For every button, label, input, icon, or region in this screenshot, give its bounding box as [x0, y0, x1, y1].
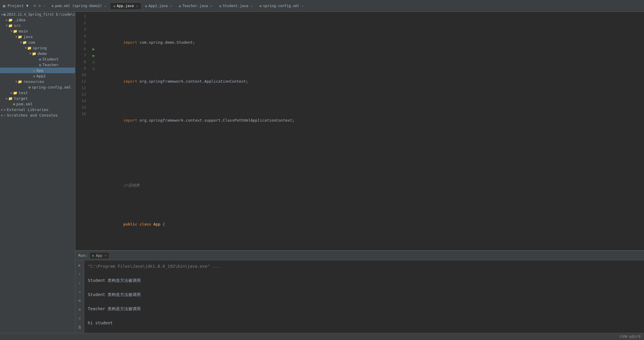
src-folder-icon: 📁 — [8, 24, 13, 28]
run-output-blank5 — [88, 326, 640, 333]
title-bar: ■ Project ▼ ⊞ ⚙ — ⚙ pom.xml (spring-demo… — [0, 0, 644, 12]
sidebar-item-main[interactable]: 📁 main — [0, 28, 75, 34]
tab-student-close[interactable]: ✕ — [251, 4, 252, 8]
arrow-target — [6, 97, 8, 100]
tab-student-label: Student.java — [223, 4, 249, 8]
project-label[interactable]: Project ▼ — [8, 4, 28, 8]
filter-button[interactable]: ▽ — [77, 315, 83, 321]
sidebar-item-root[interactable]: ■ 2023.11.4_Spring_first E:\code\c — [0, 12, 75, 17]
tab-student-java[interactable]: ◉ Student.java ✕ — [216, 2, 256, 9]
arrow-external — [1, 108, 3, 111]
run-output-student1: Student 类构造方法被调用 — [88, 277, 640, 284]
run-tab-app[interactable]: ▶ App ✕ — [90, 253, 109, 259]
run-output-blank2 — [88, 284, 640, 291]
student-java-icon: ◉ — [219, 4, 221, 8]
run-output-blank4 — [88, 312, 640, 319]
main-area: ■ 2023.11.4_Spring_first E:\code\c 📁 .id… — [0, 12, 644, 333]
code-content[interactable]: import com.spring.demo.Student; import o… — [97, 12, 644, 250]
sidebar-target-label: target — [14, 96, 28, 101]
sidebar-item-resources[interactable]: 📁 resources — [0, 79, 75, 84]
fold-button[interactable]: ⊞ — [77, 297, 83, 304]
tab-teacher-java[interactable]: ◉ Teacher.java ✕ — [176, 2, 215, 9]
run-gutter-icon-line6[interactable]: ▶ — [93, 46, 95, 52]
code-editor[interactable]: 1 2 3 4 5 6 7 8 9 10 11 12 13 14 15 16 — [75, 12, 644, 250]
sidebar-item-java[interactable]: 📁 java — [0, 34, 75, 40]
arrow-main — [11, 30, 12, 33]
tab-app2-java[interactable]: ◉ App2.java ✕ — [142, 2, 175, 9]
sidebar-item-demo[interactable]: 📁 demo — [0, 51, 75, 56]
title-bar-left: ■ Project ▼ ⊞ ⚙ — — [3, 4, 46, 8]
run-panel-body: ▶ ↑ ↓ ↩ ⊞ ⚙ ▽ 🗑 "C:\Program Files\Java\j… — [75, 260, 644, 333]
main-folder-icon: 📁 — [13, 29, 17, 33]
target-folder-icon: 📁 — [8, 97, 13, 101]
status-bar-right: CSDN @茂大学 — [619, 334, 641, 339]
tab-app2-label: App2.java — [148, 4, 168, 8]
sidebar-demo-label: demo — [38, 51, 47, 56]
run-output: "C:\Program Files\Java\jdk1.8.0_192\bin\… — [84, 260, 644, 333]
sidebar-app2-label: App2 — [36, 74, 46, 78]
code-line-6: public class App { — [100, 215, 641, 234]
app2-class-icon: ◉ — [33, 74, 35, 78]
root-project-icon: ■ — [4, 12, 6, 17]
run-button[interactable]: ▶ — [77, 262, 83, 268]
tab-app-java[interactable]: ◉ App.java ✕ — [110, 2, 141, 9]
sidebar-item-student[interactable]: ◉ Student — [0, 56, 75, 62]
scroll-down-button[interactable]: ↓ — [77, 279, 83, 286]
wrap-button[interactable]: ↩ — [77, 288, 83, 295]
tab-pom-xml[interactable]: ⚙ pom.xml (spring-demo2) ✕ — [48, 2, 110, 9]
sidebar-item-pom[interactable]: ⚙ pom.xml — [0, 101, 75, 107]
arrow-scratches — [1, 114, 3, 117]
sidebar-item-spring[interactable]: 📁 spring — [0, 45, 75, 51]
arrow-test — [11, 91, 12, 94]
tab-app2-close[interactable]: ✕ — [170, 4, 172, 8]
sidebar-item-test[interactable]: 📁 test — [0, 90, 75, 96]
sidebar-item-external-libs[interactable]: ≡ External Libraries — [0, 107, 75, 112]
run-gutter-icon-line7[interactable]: ▶ — [93, 52, 95, 59]
tab-pom-close[interactable]: ✕ — [104, 4, 106, 8]
test-folder-icon: 📁 — [13, 91, 17, 95]
run-tab-close[interactable]: ✕ — [105, 254, 106, 257]
tab-teacher-close[interactable]: ✕ — [210, 4, 212, 8]
demo-folder-icon: 📁 — [32, 52, 36, 56]
sidebar-item-teacher[interactable]: ◉ Teacher — [0, 62, 75, 68]
sidebar-item-idea[interactable]: 📁 .idea — [0, 17, 75, 23]
sidebar-item-spring-config[interactable]: ⚙ spring-config.xml — [0, 84, 75, 90]
tab-spring-config-xml[interactable]: ⚙ spring-config.xml ✕ — [256, 2, 306, 9]
sidebar-item-target[interactable]: 📁 target — [0, 96, 75, 101]
project-icon: ■ — [3, 4, 5, 8]
settings-run-button[interactable]: ⚙ — [77, 306, 83, 313]
sidebar-app-label: App — [36, 68, 43, 73]
teacher-class-icon: ◉ — [39, 63, 41, 67]
settings-icon[interactable]: ⚙ — [38, 4, 41, 8]
arrow-idea — [6, 18, 8, 22]
structure-icon[interactable]: ⊞ — [34, 4, 36, 8]
arrow-com — [20, 41, 22, 44]
line-numbers: 1 2 3 4 5 6 7 8 9 10 11 12 13 14 15 16 — [75, 12, 90, 250]
sidebar-test-label: test — [19, 91, 28, 95]
trash-button[interactable]: 🗑 — [77, 324, 83, 330]
code-line-1: import com.spring.demo.Student; — [100, 33, 641, 52]
tab-app-close[interactable]: ✕ — [136, 4, 138, 8]
sidebar-item-src[interactable]: 📁 src — [0, 23, 75, 28]
sidebar-item-scratches[interactable]: ✎ Scratches and Consoles — [0, 112, 75, 118]
arrow-root — [1, 13, 3, 16]
code-line-3: import org.springframework.context.suppo… — [100, 111, 641, 130]
sidebar-com-label: com — [28, 40, 35, 45]
project-sidebar: ■ 2023.11.4_Spring_first E:\code\c 📁 .id… — [0, 12, 75, 333]
run-panel: Run: ▶ App ✕ ▶ ↑ ↓ ↩ ⊞ ⚙ ▽ 🗑 — [75, 250, 644, 333]
tab-spring-config-close[interactable]: ✕ — [302, 4, 304, 8]
scroll-up-button[interactable]: ↑ — [77, 271, 83, 277]
sidebar-idea-label: .idea — [14, 18, 25, 22]
sidebar-item-app[interactable]: ◉ App — [0, 68, 75, 73]
arrow-demo — [30, 52, 31, 55]
idea-folder-icon: 📁 — [8, 18, 13, 22]
sidebar-item-com[interactable]: 📁 com — [0, 40, 75, 45]
code-line-4 — [100, 150, 641, 156]
spring-folder-icon: 📁 — [27, 46, 32, 50]
arrow-resources — [15, 80, 17, 83]
sidebar-item-app2[interactable]: ◉ App2 — [0, 73, 75, 79]
app-java-icon: ◉ — [113, 4, 115, 8]
close-panel-icon[interactable]: — — [43, 4, 46, 8]
run-output-blank3 — [88, 298, 640, 305]
arrow-java — [15, 35, 17, 38]
